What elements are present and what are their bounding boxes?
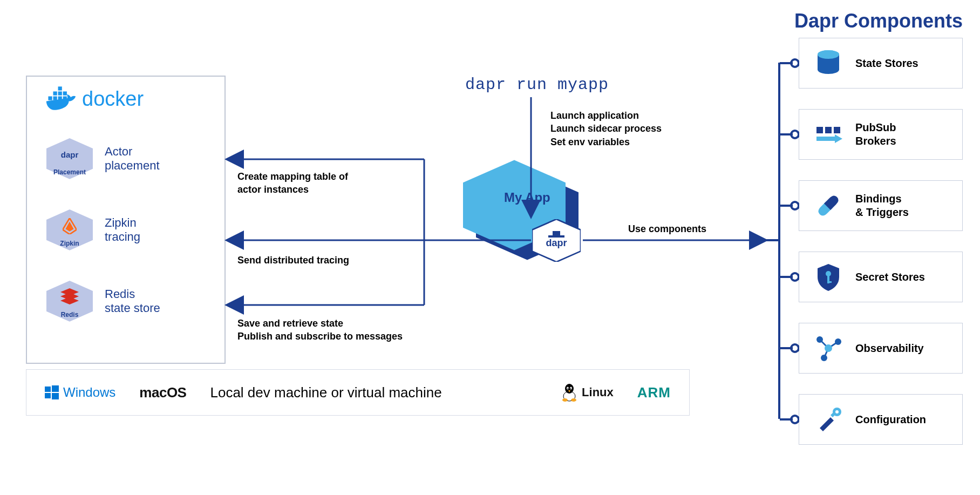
docker-panel: docker dapr Placement Actor placement Zi… bbox=[26, 76, 226, 364]
svg-marker-30 bbox=[816, 134, 842, 143]
nodes-icon bbox=[813, 333, 843, 363]
svg-point-46 bbox=[821, 355, 827, 361]
windows-label: Windows bbox=[45, 385, 115, 400]
redis-caption: Redis bbox=[46, 311, 93, 318]
arrow-label-use-components: Use components bbox=[628, 222, 706, 235]
svg-point-45 bbox=[835, 338, 841, 345]
svg-point-60 bbox=[570, 388, 571, 389]
arrow-label-tracing: Send distributed tracing bbox=[237, 254, 349, 267]
command-sub-text: Launch application Launch sidecar proces… bbox=[550, 109, 662, 148]
connector-icon bbox=[780, 129, 799, 140]
svg-point-63 bbox=[571, 398, 576, 402]
svg-rect-29 bbox=[834, 127, 840, 133]
comp-bindings: Bindings & Triggers bbox=[799, 180, 963, 231]
comp-pubsub: PubSub Brokers bbox=[799, 109, 963, 160]
windows-text: Windows bbox=[63, 385, 115, 400]
comp-label: Configuration bbox=[855, 413, 926, 426]
docker-brand-text: docker bbox=[82, 87, 144, 111]
windows-icon bbox=[45, 385, 59, 399]
svg-rect-7 bbox=[58, 86, 62, 90]
svg-point-44 bbox=[816, 336, 823, 343]
item-redis: Redis Redis state store bbox=[46, 281, 160, 322]
arrow-label-actor: Create mapping table of actor instances bbox=[237, 170, 348, 196]
svg-rect-0 bbox=[48, 96, 52, 100]
linux-text: Linux bbox=[582, 385, 614, 399]
svg-rect-27 bbox=[816, 127, 823, 133]
hex-dapr-placement: dapr Placement bbox=[46, 138, 93, 179]
components-panel: State Stores PubSub Brokers Bindings & T… bbox=[799, 38, 963, 445]
svg-point-43 bbox=[825, 344, 832, 352]
svg-point-35 bbox=[826, 271, 831, 276]
connector-icon bbox=[780, 58, 799, 69]
plug-icon bbox=[813, 191, 843, 221]
comp-secret-stores: Secret Stores bbox=[799, 252, 963, 302]
svg-rect-54 bbox=[52, 393, 59, 399]
comp-label: PubSub Brokers bbox=[855, 121, 896, 148]
dapr-sidecar-text: dapr bbox=[532, 238, 581, 249]
connector-icon bbox=[780, 200, 799, 211]
svg-rect-53 bbox=[45, 393, 51, 398]
myapp-label: My App bbox=[504, 190, 550, 205]
zipkin-caption: Zipkin bbox=[46, 240, 93, 247]
svg-point-50 bbox=[835, 410, 839, 413]
svg-point-62 bbox=[562, 398, 568, 402]
placement-caption: Placement bbox=[46, 168, 93, 176]
comp-configuration: Configuration bbox=[799, 394, 963, 445]
svg-point-59 bbox=[568, 388, 569, 389]
database-icon bbox=[813, 48, 843, 78]
hex-redis: Redis bbox=[46, 281, 93, 322]
comp-observability: Observability bbox=[799, 323, 963, 374]
dapr-run-command: dapr run myapp bbox=[465, 76, 609, 94]
label-redis: Redis state store bbox=[105, 287, 160, 316]
linux-label: Linux bbox=[561, 383, 614, 402]
title-dapr-components: Dapr Components bbox=[794, 10, 963, 32]
label-actor-placement: Actor placement bbox=[105, 145, 160, 173]
label-zipkin: Zipkin tracing bbox=[105, 216, 140, 245]
connector-icon bbox=[780, 272, 799, 282]
tux-icon bbox=[561, 383, 577, 402]
comp-label: State Stores bbox=[855, 57, 918, 70]
macos-label: macOS bbox=[139, 384, 186, 401]
placement-dapr-text: dapr bbox=[46, 150, 93, 159]
redis-icon bbox=[60, 288, 79, 304]
bottom-os-bar: Windows macOS Local dev machine or virtu… bbox=[26, 369, 690, 416]
item-actor-placement: dapr Placement Actor placement bbox=[46, 138, 160, 179]
bottom-center-text: Local dev machine or virtual machine bbox=[210, 384, 537, 401]
comp-label: Secret Stores bbox=[855, 270, 925, 284]
item-zipkin: Zipkin Zipkin tracing bbox=[46, 209, 140, 250]
dapr-sidecar: dapr bbox=[532, 219, 581, 262]
svg-rect-19 bbox=[553, 231, 560, 235]
svg-rect-1 bbox=[53, 96, 57, 100]
comp-state-stores: State Stores bbox=[799, 38, 963, 89]
connector-icon bbox=[780, 343, 799, 354]
svg-rect-28 bbox=[825, 127, 832, 133]
dapr-hat-icon bbox=[548, 231, 564, 238]
svg-rect-51 bbox=[45, 386, 51, 392]
tools-icon bbox=[813, 404, 843, 435]
hex-zipkin: Zipkin bbox=[46, 209, 93, 250]
docker-icon bbox=[45, 86, 77, 111]
pubsub-icon bbox=[813, 119, 843, 150]
shield-key-icon bbox=[813, 262, 843, 292]
svg-marker-15 bbox=[60, 297, 79, 304]
svg-rect-52 bbox=[52, 385, 59, 392]
svg-point-24 bbox=[818, 50, 839, 59]
connector-icon bbox=[780, 414, 799, 425]
myapp-cluster: My App dapr bbox=[463, 160, 582, 268]
svg-rect-37 bbox=[827, 281, 832, 283]
arrow-label-state: Save and retrieve state Publish and subs… bbox=[237, 317, 403, 343]
svg-rect-4 bbox=[53, 91, 57, 95]
comp-label: Bindings & Triggers bbox=[855, 192, 909, 219]
svg-rect-5 bbox=[58, 91, 62, 95]
comp-label: Observability bbox=[855, 342, 924, 355]
docker-logo: docker bbox=[45, 86, 144, 111]
arm-label: ARM bbox=[637, 384, 671, 401]
zipkin-icon bbox=[63, 218, 77, 234]
svg-rect-6 bbox=[63, 91, 67, 95]
